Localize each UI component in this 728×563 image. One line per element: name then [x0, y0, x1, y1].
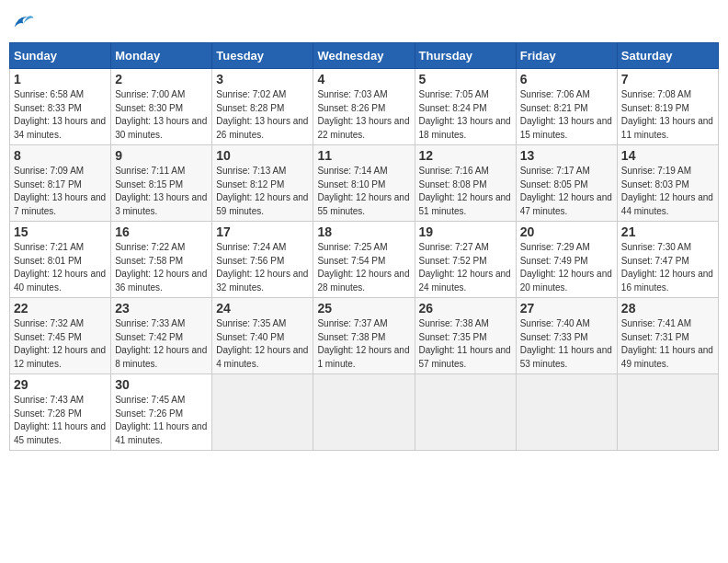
cell-info: Sunrise: 7:43 AM Sunset: 7:28 PM Dayligh… — [14, 394, 107, 447]
day-number: 19 — [419, 224, 512, 239]
cell-info: Sunrise: 7:38 AM Sunset: 7:35 PM Dayligh… — [419, 317, 512, 371]
calendar-cell: 17 Sunrise: 7:24 AM Sunset: 7:56 PM Dayl… — [212, 222, 313, 298]
calendar-week-2: 8 Sunrise: 7:09 AM Sunset: 8:17 PM Dayli… — [10, 145, 719, 222]
calendar-cell: 1 Sunrise: 6:58 AM Sunset: 8:33 PM Dayli… — [10, 69, 111, 145]
cell-info: Sunrise: 7:03 AM Sunset: 8:26 PM Dayligh… — [317, 88, 410, 142]
day-number: 30 — [115, 377, 208, 392]
cell-info: Sunrise: 7:37 AM Sunset: 7:38 PM Dayligh… — [317, 317, 410, 371]
col-header-monday: Monday — [111, 43, 212, 69]
calendar-cell: 13 Sunrise: 7:17 AM Sunset: 8:05 PM Dayl… — [516, 145, 617, 222]
cell-info: Sunrise: 7:29 AM Sunset: 7:49 PM Dayligh… — [520, 241, 613, 294]
calendar-cell: 27 Sunrise: 7:40 AM Sunset: 7:33 PM Dayl… — [516, 298, 617, 374]
calendar-cell: 29 Sunrise: 7:43 AM Sunset: 7:28 PM Dayl… — [10, 374, 111, 451]
calendar-cell: 7 Sunrise: 7:08 AM Sunset: 8:19 PM Dayli… — [617, 69, 718, 145]
day-number: 8 — [14, 148, 107, 163]
cell-info: Sunrise: 7:30 AM Sunset: 7:47 PM Dayligh… — [621, 241, 714, 294]
calendar-cell: 9 Sunrise: 7:11 AM Sunset: 8:15 PM Dayli… — [111, 145, 212, 222]
day-number: 6 — [520, 72, 613, 86]
calendar-cell: 10 Sunrise: 7:13 AM Sunset: 8:12 PM Dayl… — [212, 145, 313, 222]
calendar-cell: 8 Sunrise: 7:09 AM Sunset: 8:17 PM Dayli… — [10, 145, 111, 222]
day-number: 27 — [520, 301, 613, 316]
col-header-tuesday: Tuesday — [212, 43, 313, 69]
cell-info: Sunrise: 7:35 AM Sunset: 7:40 PM Dayligh… — [216, 317, 309, 371]
cell-info: Sunrise: 7:08 AM Sunset: 8:19 PM Dayligh… — [621, 88, 714, 142]
calendar-table: SundayMondayTuesdayWednesdayThursdayFrid… — [9, 42, 719, 451]
day-number: 25 — [317, 301, 410, 316]
page-header — [9, 9, 719, 35]
calendar-cell: 18 Sunrise: 7:25 AM Sunset: 7:54 PM Dayl… — [313, 222, 415, 298]
calendar-cell: 15 Sunrise: 7:21 AM Sunset: 8:01 PM Dayl… — [10, 222, 111, 298]
day-number: 14 — [621, 148, 714, 163]
calendar-cell: 26 Sunrise: 7:38 AM Sunset: 7:35 PM Dayl… — [415, 298, 516, 374]
calendar-cell: 20 Sunrise: 7:29 AM Sunset: 7:49 PM Dayl… — [516, 222, 617, 298]
calendar-cell: 24 Sunrise: 7:35 AM Sunset: 7:40 PM Dayl… — [212, 298, 313, 374]
day-number: 7 — [621, 72, 714, 86]
day-number: 24 — [216, 301, 309, 316]
calendar-cell: 16 Sunrise: 7:22 AM Sunset: 7:58 PM Dayl… — [111, 222, 212, 298]
calendar-cell: 4 Sunrise: 7:03 AM Sunset: 8:26 PM Dayli… — [313, 69, 415, 145]
calendar-cell: 30 Sunrise: 7:45 AM Sunset: 7:26 PM Dayl… — [111, 374, 212, 451]
cell-info: Sunrise: 7:06 AM Sunset: 8:21 PM Dayligh… — [520, 88, 613, 142]
day-number: 4 — [317, 72, 410, 86]
calendar-cell: 23 Sunrise: 7:33 AM Sunset: 7:42 PM Dayl… — [111, 298, 212, 374]
col-header-sunday: Sunday — [10, 43, 111, 69]
cell-info: Sunrise: 7:02 AM Sunset: 8:28 PM Dayligh… — [216, 88, 309, 142]
day-number: 12 — [419, 148, 512, 163]
day-number: 20 — [520, 224, 613, 239]
cell-info: Sunrise: 7:41 AM Sunset: 7:31 PM Dayligh… — [621, 317, 714, 371]
day-number: 9 — [115, 148, 208, 163]
cell-info: Sunrise: 7:16 AM Sunset: 8:08 PM Dayligh… — [419, 165, 512, 218]
cell-info: Sunrise: 7:32 AM Sunset: 7:45 PM Dayligh… — [14, 317, 107, 371]
cell-info: Sunrise: 7:27 AM Sunset: 7:52 PM Dayligh… — [419, 241, 512, 294]
calendar-cell: 22 Sunrise: 7:32 AM Sunset: 7:45 PM Dayl… — [10, 298, 111, 374]
day-number: 5 — [419, 72, 512, 86]
day-number: 23 — [115, 301, 208, 316]
day-number: 29 — [14, 377, 107, 392]
cell-info: Sunrise: 7:21 AM Sunset: 8:01 PM Dayligh… — [14, 241, 107, 294]
cell-info: Sunrise: 7:24 AM Sunset: 7:56 PM Dayligh… — [216, 241, 309, 294]
day-number: 21 — [621, 224, 714, 239]
calendar-week-5: 29 Sunrise: 7:43 AM Sunset: 7:28 PM Dayl… — [10, 374, 719, 451]
calendar-cell: 14 Sunrise: 7:19 AM Sunset: 8:03 PM Dayl… — [617, 145, 718, 222]
calendar-cell: 5 Sunrise: 7:05 AM Sunset: 8:24 PM Dayli… — [415, 69, 516, 145]
calendar-cell: 3 Sunrise: 7:02 AM Sunset: 8:28 PM Dayli… — [212, 69, 313, 145]
cell-info: Sunrise: 7:14 AM Sunset: 8:10 PM Dayligh… — [317, 165, 410, 218]
cell-info: Sunrise: 6:58 AM Sunset: 8:33 PM Dayligh… — [14, 88, 107, 142]
calendar-cell: 25 Sunrise: 7:37 AM Sunset: 7:38 PM Dayl… — [313, 298, 415, 374]
day-number: 17 — [216, 224, 309, 239]
cell-info: Sunrise: 7:33 AM Sunset: 7:42 PM Dayligh… — [115, 317, 208, 371]
day-number: 22 — [14, 301, 107, 316]
calendar-cell: 11 Sunrise: 7:14 AM Sunset: 8:10 PM Dayl… — [313, 145, 415, 222]
cell-info: Sunrise: 7:25 AM Sunset: 7:54 PM Dayligh… — [317, 241, 410, 294]
day-number: 26 — [419, 301, 512, 316]
cell-info: Sunrise: 7:11 AM Sunset: 8:15 PM Dayligh… — [115, 165, 208, 218]
day-number: 18 — [317, 224, 410, 239]
calendar-cell — [313, 374, 415, 451]
day-number: 13 — [520, 148, 613, 163]
col-header-wednesday: Wednesday — [313, 43, 415, 69]
calendar-cell — [212, 374, 313, 451]
cell-info: Sunrise: 7:17 AM Sunset: 8:05 PM Dayligh… — [520, 165, 613, 218]
calendar-cell — [516, 374, 617, 451]
calendar-cell: 6 Sunrise: 7:06 AM Sunset: 8:21 PM Dayli… — [516, 69, 617, 145]
calendar-header-row: SundayMondayTuesdayWednesdayThursdayFrid… — [10, 43, 719, 69]
cell-info: Sunrise: 7:09 AM Sunset: 8:17 PM Dayligh… — [14, 165, 107, 218]
cell-info: Sunrise: 7:40 AM Sunset: 7:33 PM Dayligh… — [520, 317, 613, 371]
cell-info: Sunrise: 7:13 AM Sunset: 8:12 PM Dayligh… — [216, 165, 309, 218]
col-header-saturday: Saturday — [617, 43, 718, 69]
day-number: 1 — [14, 72, 107, 86]
day-number: 11 — [317, 148, 410, 163]
cell-info: Sunrise: 7:05 AM Sunset: 8:24 PM Dayligh… — [419, 88, 512, 142]
cell-info: Sunrise: 7:22 AM Sunset: 7:58 PM Dayligh… — [115, 241, 208, 294]
cell-info: Sunrise: 7:45 AM Sunset: 7:26 PM Dayligh… — [115, 394, 208, 447]
day-number: 2 — [115, 72, 208, 86]
day-number: 15 — [14, 224, 107, 239]
calendar-cell: 28 Sunrise: 7:41 AM Sunset: 7:31 PM Dayl… — [617, 298, 718, 374]
day-number: 3 — [216, 72, 309, 86]
logo — [9, 9, 39, 35]
calendar-cell: 19 Sunrise: 7:27 AM Sunset: 7:52 PM Dayl… — [415, 222, 516, 298]
cell-info: Sunrise: 7:00 AM Sunset: 8:30 PM Dayligh… — [115, 88, 208, 142]
cell-info: Sunrise: 7:19 AM Sunset: 8:03 PM Dayligh… — [621, 165, 714, 218]
calendar-cell: 12 Sunrise: 7:16 AM Sunset: 8:08 PM Dayl… — [415, 145, 516, 222]
col-header-thursday: Thursday — [415, 43, 516, 69]
